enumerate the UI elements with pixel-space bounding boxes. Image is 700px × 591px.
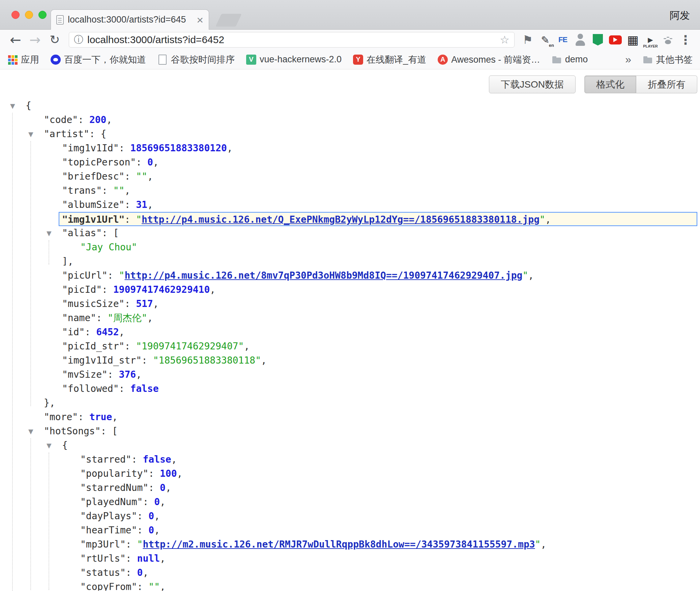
json-punctuation: : <box>126 567 137 578</box>
bookmarks-bar: 应用百度一下，你就知道谷歌按时间排序Vvue-hackernews-2.0Y在线… <box>0 50 700 69</box>
collapse-toggle-icon[interactable]: ▼ <box>28 424 33 438</box>
flag-extension-icon[interactable]: ⚑ <box>520 32 535 48</box>
bookmark-item[interactable]: Y在线翻译_有道 <box>353 54 426 66</box>
back-button[interactable]: ← <box>7 33 24 46</box>
json-punctuation: : <box>78 411 89 423</box>
download-json-button[interactable]: 下载JSON数据 <box>489 75 576 93</box>
bookmarks-overflow-chevron[interactable]: » <box>625 53 631 66</box>
json-line: ▼"hotSongs": [ <box>0 424 700 438</box>
json-key: "mvSize" <box>62 369 108 380</box>
json-punctuation: , <box>160 581 166 591</box>
translate-extension-icon[interactable]: ✎en <box>537 32 553 48</box>
json-line: "playedNum": 0, <box>0 495 700 509</box>
json-string: "" <box>113 185 125 196</box>
other-bookmarks-folder[interactable]: 其他书签 <box>643 54 693 66</box>
json-punctuation: , <box>154 510 160 522</box>
json-line-content: "mp3Url": "http://m2.music.126.net/RMJR7… <box>80 537 700 552</box>
json-punctuation: , <box>147 171 153 182</box>
json-key: "followed" <box>62 383 119 394</box>
json-line: "picId_str": "19097417462929407", <box>0 339 700 353</box>
json-punctuation: }, <box>44 397 55 408</box>
page-info-icon[interactable]: ⓘ <box>74 33 83 46</box>
paw-extension-icon[interactable] <box>660 32 676 48</box>
bookmark-item[interactable]: Vvue-hackernews-2.0 <box>246 54 342 65</box>
player-extension-icon[interactable]: ▶PLAYER <box>643 32 658 48</box>
json-punctuation: : <box>142 355 153 366</box>
json-line-content: "hearTime": 0, <box>80 523 700 537</box>
json-line: "copyFrom": "", <box>0 580 700 591</box>
shield-extension-icon[interactable] <box>590 32 606 48</box>
collapse-toggle-icon[interactable]: ▼ <box>28 127 33 141</box>
active-tab[interactable]: localhost:3000/artists?id=645 × <box>51 9 209 30</box>
json-punctuation: , <box>261 355 267 366</box>
json-line-content: "name": "周杰伦", <box>62 311 700 325</box>
page-favicon-icon <box>56 15 64 25</box>
fe-extension-icon[interactable]: FE <box>555 32 571 48</box>
new-tab-button[interactable] <box>215 14 242 27</box>
window-zoom-button[interactable] <box>38 11 47 19</box>
profile-extension-icon[interactable] <box>573 32 588 48</box>
folder-icon <box>643 55 653 65</box>
json-line-content: "popularity": 100, <box>80 467 700 481</box>
forward-button[interactable]: → <box>26 33 44 46</box>
json-punctuation: : <box>108 270 119 281</box>
json-key: "status" <box>80 567 126 578</box>
tab-title: localhost:3000/artists?id=645 <box>68 14 193 25</box>
json-key: "albumSize" <box>62 199 124 210</box>
json-key: "rtUrls" <box>80 553 126 564</box>
json-link[interactable]: http://m2.music.126.net/RMJR7wDullRqppBk… <box>143 539 535 550</box>
json-punctuation: , <box>147 199 153 210</box>
collapse-toggle-icon[interactable]: ▼ <box>10 99 15 113</box>
json-line-content: "trans": "", <box>62 184 700 198</box>
json-key: "hotSongs" <box>44 426 101 437</box>
collapse-all-button[interactable]: 折叠所有 <box>636 75 697 93</box>
format-button[interactable]: 格式化 <box>584 75 636 93</box>
reload-button[interactable]: ↻ <box>46 34 63 46</box>
json-number: 18569651883380120 <box>130 143 227 154</box>
json-page-toolbar: 下载JSON数据 格式化 折叠所有 <box>0 75 697 93</box>
browser-menu-icon[interactable]: ⋮ <box>678 33 693 47</box>
json-line: "starred": false, <box>0 453 700 467</box>
bookmark-item[interactable]: demo <box>552 54 588 65</box>
json-string: " <box>539 214 545 225</box>
youdao-icon: Y <box>353 55 363 65</box>
url-text[interactable]: localhost:3000/artists?id=6452 <box>87 34 496 45</box>
collapse-toggle-icon[interactable]: ▼ <box>47 226 52 240</box>
bookmark-item[interactable]: 谷歌按时间排序 <box>157 54 235 66</box>
window-minimize-button[interactable] <box>25 11 33 19</box>
json-punctuation: : <box>137 581 149 591</box>
window-close-button[interactable] <box>11 11 20 19</box>
json-key: "starred" <box>80 454 132 465</box>
json-link[interactable]: http://p4.music.126.net/8mv7qP30Pd3oHW8b… <box>124 270 522 281</box>
json-punctuation: { <box>62 440 68 451</box>
json-line: "picId": 19097417462929410, <box>0 283 700 297</box>
json-line-content: "starred": false, <box>80 453 700 467</box>
page-content: 下载JSON数据 格式化 折叠所有 ▼{"code": 200,▼"artist… <box>0 69 700 591</box>
collapse-toggle-icon[interactable]: ▼ <box>47 438 52 453</box>
json-punctuation: , <box>166 482 171 493</box>
json-punctuation: : [ <box>101 426 118 437</box>
youtube-extension-icon[interactable] <box>608 32 623 48</box>
bookmark-star-icon[interactable]: ☆ <box>500 33 509 46</box>
json-punctuation: , <box>124 185 130 196</box>
json-punctuation: : <box>137 525 149 536</box>
bookmark-item[interactable]: 应用 <box>7 54 39 66</box>
json-punctuation: : <box>108 369 119 380</box>
json-punctuation: { <box>26 100 31 111</box>
bookmark-item[interactable]: AAwesomes - 前端资… <box>438 54 540 66</box>
bookmark-label: 百度一下，你就知道 <box>64 54 146 66</box>
json-key: "topicPerson" <box>62 157 136 168</box>
bookmark-item[interactable]: 百度一下，你就知道 <box>51 54 146 66</box>
json-string: " <box>522 270 528 281</box>
json-key: "playedNum" <box>80 496 143 507</box>
json-punctuation: , <box>160 553 166 564</box>
json-link[interactable]: http://p4.music.126.net/Q_ExePNkmgB2yWyL… <box>142 214 539 225</box>
json-punctuation: : <box>148 468 160 479</box>
json-punctuation: , <box>177 468 183 479</box>
json-line-content: "copyFrom": "", <box>80 580 700 591</box>
json-punctuation: : <box>136 157 147 168</box>
address-bar[interactable]: ⓘ localhost:3000/artists?id=6452 ☆ <box>69 32 515 48</box>
navigation-toolbar: ← → ↻ ⓘ localhost:3000/artists?id=6452 ☆… <box>0 30 700 50</box>
qrcode-extension-icon[interactable]: ▦ <box>625 32 641 48</box>
tab-close-icon[interactable]: × <box>197 14 203 26</box>
